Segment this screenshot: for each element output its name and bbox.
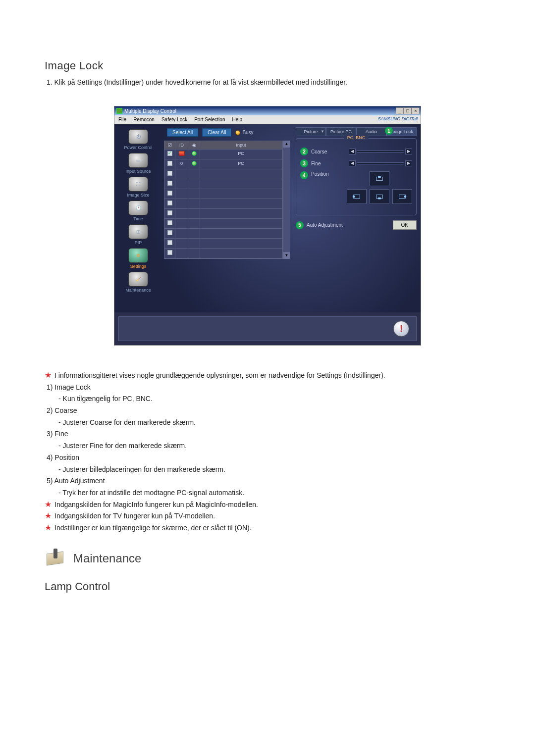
busy-dot-icon <box>235 130 240 135</box>
ok-button[interactable]: OK <box>393 220 417 230</box>
maximize-button[interactable]: □ <box>404 107 412 114</box>
chevron-down-icon: ▼ <box>321 129 324 134</box>
note-star-1: I informationsgitteret vises nogle grund… <box>54 370 385 381</box>
position-right-button[interactable] <box>392 189 412 204</box>
grid-row <box>164 239 282 249</box>
star-icon: ★ <box>45 523 52 532</box>
scroll-down-icon[interactable]: ▼ <box>283 252 290 259</box>
grid-scrollbar[interactable]: ▲ ▼ <box>283 141 290 259</box>
image-size-icon: ⛶ <box>128 177 148 192</box>
position-down-button[interactable] <box>370 189 389 204</box>
tab-picture[interactable]: Picture▼ <box>296 127 326 136</box>
clock-icon: 🕒 <box>128 201 148 215</box>
maintenance-title: Maintenance <box>73 552 141 565</box>
busy-label: Busy <box>242 130 253 135</box>
position-up-button[interactable] <box>370 171 389 186</box>
lamp-control-title: Lamp Control <box>45 580 490 593</box>
star-icon: ★ <box>45 511 52 520</box>
note-5: 5) Auto Adjustment <box>45 476 490 487</box>
sidebar-label-power: Power Control <box>118 145 158 150</box>
callout-2: 2 <box>300 148 308 155</box>
arrow-right-icon[interactable]: ▶ <box>405 149 412 154</box>
grid-row <box>164 229 282 239</box>
note-star-4: Indstillinger er kun tilgængelige for sk… <box>54 523 252 534</box>
power-icon: ⏻ <box>128 129 148 144</box>
display-grid: ☑ ID ◉ Input PC <box>164 141 283 259</box>
star-icon: ★ <box>45 500 52 509</box>
status-on-icon <box>192 151 197 156</box>
position-label: Position <box>311 171 344 177</box>
sidebar-item-image-size[interactable]: ⛶ Image Size <box>118 177 158 198</box>
callout-5: 5 <box>296 221 304 229</box>
grid-row <box>164 169 282 179</box>
input-source-icon: ▭ <box>128 153 148 168</box>
sidebar-item-input[interactable]: ▭ Input Source <box>118 153 158 174</box>
note-1-sub: - Kun tilgængelig for PC, BNC. <box>45 394 490 404</box>
col-input: Input <box>200 141 282 150</box>
note-2: 2) Coarse <box>45 405 490 416</box>
star-icon: ★ <box>45 370 52 380</box>
intro-step-1: 1. Klik på Settings (Indstillinger) unde… <box>47 78 490 86</box>
col-status: ◉ <box>188 141 200 150</box>
callout-1: 1 <box>385 127 393 135</box>
arrow-left-icon[interactable]: ◀ <box>349 160 356 166</box>
select-all-button[interactable]: Select All <box>167 128 198 137</box>
coarse-label: Coarse <box>311 149 346 154</box>
grid-row <box>164 189 282 199</box>
col-id: ID <box>175 141 188 150</box>
menu-safety-lock[interactable]: Safety Lock <box>161 117 187 122</box>
position-left-button[interactable] <box>347 189 367 204</box>
tab-image-lock[interactable]: 1 Image Lock <box>386 127 417 136</box>
grid-row <box>164 199 282 209</box>
image-lock-segment: PC, BNC 2 Coarse ◀ ▶ 3 Fin <box>296 138 417 215</box>
sidebar-label-time: Time <box>118 216 158 221</box>
sidebar: ⏻ Power Control ▭ Input Source ⛶ Image S… <box>114 124 162 312</box>
sidebar-item-time[interactable]: 🕒 Time <box>118 201 158 221</box>
note-4: 4) Position <box>45 453 490 463</box>
row-checkbox[interactable] <box>167 151 172 156</box>
position-pad <box>347 171 412 204</box>
sidebar-label-input: Input Source <box>118 169 158 174</box>
menu-port-selection[interactable]: Port Selection <box>194 117 225 122</box>
row-id: 0 <box>175 159 188 169</box>
col-checkbox: ☑ <box>164 141 175 150</box>
note-3: 3) Fine <box>45 429 490 440</box>
status-bar: ! <box>118 316 417 341</box>
sidebar-item-power[interactable]: ⏻ Power Control <box>118 129 158 150</box>
grid-row <box>164 209 282 219</box>
sidebar-label-pip: PIP <box>118 240 158 245</box>
grid-row <box>164 249 282 258</box>
menu-file[interactable]: File <box>118 117 126 122</box>
sidebar-item-maintenance[interactable]: 🧹 Maintenance <box>118 272 158 293</box>
svg-rect-5 <box>378 198 380 200</box>
fine-slider[interactable]: ◀ ▶ <box>349 160 412 166</box>
menu-help[interactable]: Help <box>232 117 242 122</box>
minimize-button[interactable]: _ <box>396 107 404 114</box>
row-checkbox[interactable] <box>167 161 172 166</box>
clear-all-button[interactable]: Clear All <box>202 128 231 137</box>
note-star-2: Indgangskilden for MagicInfo fungerer ku… <box>54 500 258 510</box>
coarse-slider[interactable]: ◀ ▶ <box>349 149 412 154</box>
status-on-icon <box>192 161 197 166</box>
sidebar-item-pip[interactable]: ◫ PIP <box>118 224 158 245</box>
grid-row <box>164 179 282 189</box>
sidebar-item-settings[interactable]: ⚙ Settings <box>118 248 158 269</box>
scroll-up-icon[interactable]: ▲ <box>283 141 290 148</box>
grid-row[interactable]: PC <box>164 150 282 159</box>
grid-row[interactable]: 0 PC <box>164 159 282 169</box>
segment-title: PC, BNC <box>344 135 369 140</box>
alert-icon: ! <box>393 321 409 337</box>
row-input-value: PC <box>200 159 282 169</box>
sidebar-label-maint: Maintenance <box>118 288 158 293</box>
arrow-right-icon[interactable]: ▶ <box>405 160 412 166</box>
sidebar-label-settings: Settings <box>118 264 158 269</box>
maintenance-icon: 🧹 <box>128 272 148 287</box>
arrow-left-icon[interactable]: ◀ <box>349 149 356 154</box>
close-button[interactable]: × <box>412 107 420 114</box>
svg-rect-1 <box>378 176 380 178</box>
menu-remocon[interactable]: Remocon <box>133 117 155 122</box>
menubar: File Remocon Safety Lock Port Selection … <box>114 115 421 124</box>
note-star-3: Indgangskilden for TV fungerer kun på TV… <box>54 511 215 522</box>
maintenance-heading: Maintenance <box>45 549 490 568</box>
app-icon <box>116 108 122 114</box>
